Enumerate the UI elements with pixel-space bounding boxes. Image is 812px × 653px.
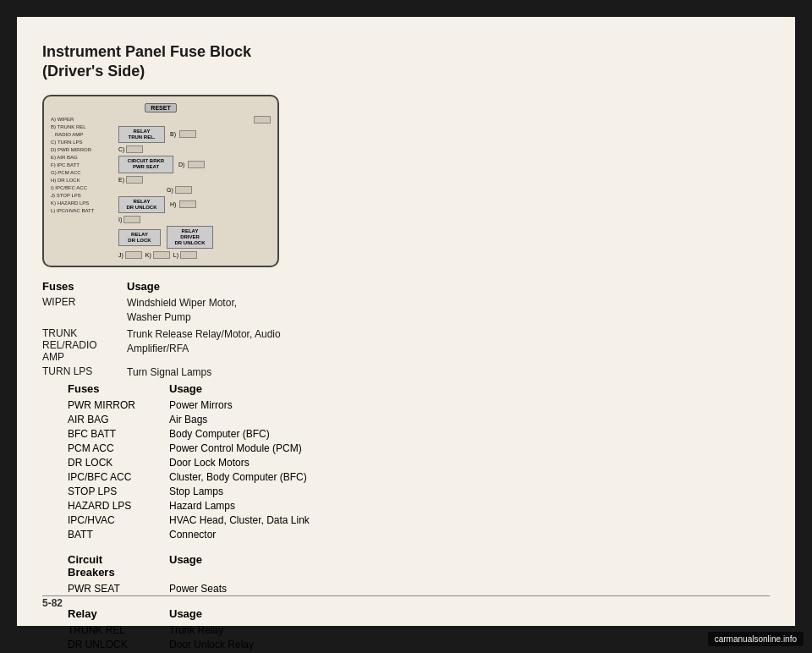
- right-fuse-table: Fuses Usage PWR MIRROR Power Mirrors AIR…: [68, 382, 431, 541]
- breaker-pwrseat: PWR SEAT: [68, 583, 169, 595]
- right-row-stoplps: STOP LPS Stop Lamps: [68, 486, 431, 497]
- circuit-breaker: CIRCUIT BRKRPWR SEAT: [118, 156, 173, 173]
- fuse-bfcbatt: BFC BATT: [68, 428, 169, 440]
- relay-row-drunlock: DR UNLOCK Door Unlock Relay: [68, 639, 431, 650]
- reset-button[interactable]: RESET: [145, 103, 176, 112]
- label-d: D) PWR MIRROR: [51, 146, 114, 154]
- left-table-header: Fuses Usage: [42, 280, 398, 293]
- slot-c: [126, 145, 143, 153]
- fuse-usage-trunk: Trunk Release Relay/Motor, AudioAmplifie…: [127, 327, 398, 356]
- page-title: Instrument Panel Fuse Block (Driver's Si…: [42, 42, 398, 82]
- fuse-name-wiper: WIPER: [42, 296, 127, 308]
- relay-trunk-usage: Trunk Relay: [169, 624, 431, 636]
- usage-bfcbatt: Body Computer (BFC): [169, 428, 431, 440]
- breakers-header-row: CircuitBreakers Usage: [68, 553, 431, 579]
- slot-b: [179, 130, 196, 138]
- usage-ipchvac: HVAC Head, Cluster, Data Link: [169, 514, 431, 526]
- label-e: E) AIR BAG: [51, 154, 114, 162]
- usage-batt: Connector: [169, 529, 431, 541]
- row-jkl: J) K) L): [118, 251, 271, 259]
- right-row-batt: BATT Connector: [68, 529, 431, 541]
- label-b2: RADIO AMP: [51, 131, 114, 139]
- right-fuses-header: Fuses: [68, 382, 169, 395]
- relay-header-row: Relay Usage: [68, 607, 431, 620]
- right-panel: Fuses Usage PWR MIRROR Power Mirrors AIR…: [42, 382, 431, 653]
- label-f: F) IPC BATT: [51, 162, 114, 169]
- right-usage-header: Usage: [169, 382, 431, 395]
- right-fuse-header: Fuses Usage: [68, 382, 431, 395]
- right-row-pwrmirror: PWR MIRROR Power Mirrors: [68, 399, 431, 411]
- fuse-usage-turnlps: Turn Signal Lamps: [127, 365, 398, 380]
- fuse-row-turnlps: TURN LPS Turn Signal Lamps: [42, 365, 398, 380]
- relay-drunlock-name: DR UNLOCK: [68, 639, 169, 650]
- usage-hazardlps: Hazard Lamps: [169, 500, 431, 512]
- label-a: A) WIPER: [51, 116, 114, 123]
- slot-j: [125, 251, 142, 259]
- title-line2: (Driver's Side): [42, 63, 145, 80]
- slot-e: [126, 176, 143, 184]
- usage-pwrseat: Power Seats: [169, 583, 431, 595]
- fuse-pcmacc: PCM ACC: [68, 442, 169, 454]
- left-fuse-table: Fuses Usage WIPER Windshield Wiper Motor…: [42, 280, 398, 379]
- usage-ipcbfcacc: Cluster, Body Computer (BFC): [169, 471, 431, 483]
- label-k: K) HAZARD LPS: [51, 200, 114, 207]
- relay-dr-lock: RELAYDR LOCK: [118, 229, 161, 246]
- slot-k: [153, 251, 170, 259]
- relay-driver-dr: RELAYDRIVERDR UNLOCK: [167, 226, 213, 250]
- fuse-row-wiper: WIPER Windshield Wiper Motor,Washer Pump: [42, 296, 398, 325]
- title-line1: Instrument Panel Fuse Block: [42, 43, 251, 60]
- label-g: G) PCM ACC: [51, 169, 114, 177]
- relay-col1-header: Relay: [68, 607, 169, 620]
- right-row-airbag: AIR BAG Air Bags: [68, 414, 431, 425]
- usage-airbag: Air Bags: [169, 414, 431, 425]
- label-c: C) TURN LPS: [51, 139, 114, 146]
- left-usage-header: Usage: [127, 280, 398, 293]
- label-h: H) DR LOCK: [51, 177, 114, 184]
- right-breakers-table: CircuitBreakers Usage PWR SEAT Power Sea…: [68, 553, 431, 595]
- relay-drunlock-usage: Door Unlock Relay: [169, 639, 431, 650]
- row-relay2: RELAYDR UNLOCK H): [118, 196, 271, 213]
- fuse-stoplps: STOP LPS: [68, 486, 169, 497]
- row-e: E): [118, 176, 271, 184]
- row-breaker: CIRCUIT BRKRPWR SEAT D): [118, 156, 271, 173]
- label-b: B) TRUNK REL: [51, 123, 114, 131]
- row-a: [118, 116, 271, 123]
- diagram-body: A) WIPER B) TRUNK REL RADIO AMP C) TURN …: [51, 116, 271, 260]
- fuse-usage-wiper: Windshield Wiper Motor,Washer Pump: [127, 296, 398, 325]
- page-number: 5-82: [42, 597, 63, 609]
- slot-l: [180, 251, 197, 259]
- fuse-batt: BATT: [68, 529, 169, 541]
- left-fuses-header: Fuses: [42, 280, 127, 293]
- row-c: C): [118, 145, 271, 153]
- fuse-ipchvac: IPC/HVAC: [68, 514, 169, 526]
- fuse-drlock: DR LOCK: [68, 457, 169, 469]
- diagram-top: RESET: [51, 103, 271, 112]
- label-i: I) IPC/BFC ACC: [51, 184, 114, 192]
- row-f: G): [118, 186, 271, 194]
- fuse-diagram: RESET A) WIPER B) TRUNK REL RADIO AMP C)…: [42, 95, 279, 268]
- relay-dr-unlock: RELAYDR UNLOCK: [118, 196, 165, 213]
- diagram-right: RELAYTRUN REL. B) C) CIRCUIT BRKRPWR SEA…: [118, 116, 271, 260]
- fuse-ipcbfcacc: IPC/BFC ACC: [68, 471, 169, 483]
- label-l: L) IPC/HVAC BATT: [51, 207, 114, 215]
- right-row-bfcbatt: BFC BATT Body Computer (BFC): [68, 428, 431, 440]
- slot-a: [254, 116, 271, 123]
- usage-pcmacc: Power Control Module (PCM): [169, 442, 431, 454]
- main-container: Instrument Panel Fuse Block (Driver's Si…: [17, 17, 795, 626]
- relay-trunk-name: TRUNK REL: [68, 624, 169, 636]
- row-i: I): [118, 216, 271, 223]
- fuse-airbag: AIR BAG: [68, 414, 169, 425]
- fuse-row-trunk: TRUNKREL/RADIOAMP Trunk Release Relay/Mo…: [42, 327, 398, 363]
- fuse-name-trunk: TRUNKREL/RADIOAMP: [42, 327, 127, 363]
- right-row-ipcbfcacc: IPC/BFC ACC Cluster, Body Computer (BFC): [68, 471, 431, 483]
- slot-g: [175, 186, 192, 194]
- right-row-pcmacc: PCM ACC Power Control Module (PCM): [68, 442, 431, 454]
- fuse-hazardlps: HAZARD LPS: [68, 500, 169, 512]
- fuse-pwrmirror: PWR MIRROR: [68, 399, 169, 411]
- relay-col2-header: Usage: [169, 607, 431, 620]
- diagram-labels: A) WIPER B) TRUNK REL RADIO AMP C) TURN …: [51, 116, 114, 260]
- right-row-hazardlps: HAZARD LPS Hazard Lamps: [68, 500, 431, 512]
- label-j: J) STOP LPS: [51, 192, 114, 200]
- slot-h: [179, 200, 196, 208]
- usage-drlock: Door Lock Motors: [169, 457, 431, 469]
